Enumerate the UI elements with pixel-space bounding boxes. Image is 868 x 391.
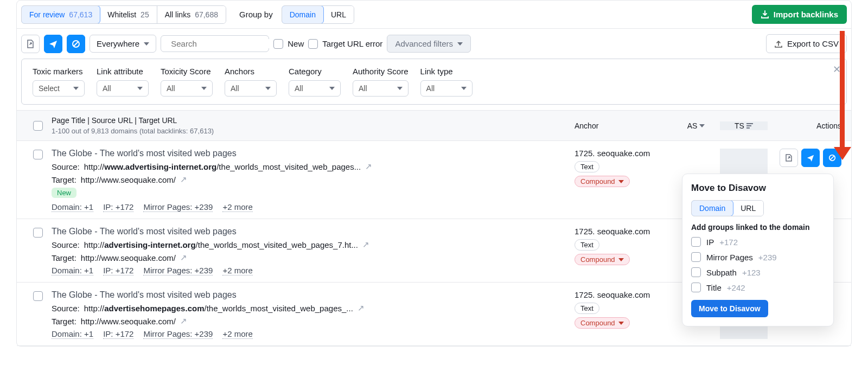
meta-item[interactable]: +2 more — [222, 329, 252, 339]
popover-option-label: Title — [706, 283, 722, 292]
popover-option-count: +172 — [719, 238, 738, 247]
meta-item[interactable]: +2 more — [222, 202, 252, 212]
popover-option-mirror-pages[interactable]: Mirror Pages +239 — [691, 252, 825, 262]
source-label: Source: — [52, 304, 80, 313]
send-button[interactable] — [44, 35, 62, 53]
popover-seg-domain[interactable]: Domain — [691, 200, 733, 216]
tab-for-review[interactable]: For review 67,613 — [21, 5, 100, 24]
tab-label: For review — [29, 10, 65, 19]
new-filter-checkbox[interactable]: New — [273, 39, 304, 49]
external-link-icon[interactable]: ↗ — [358, 303, 365, 313]
row-send-button[interactable] — [801, 149, 820, 167]
chevron-down-icon — [457, 42, 463, 46]
external-link-icon[interactable]: ↗ — [362, 240, 369, 249]
open-file-button[interactable] — [21, 35, 40, 53]
move-to-disavow-button[interactable]: Move to Disavow — [691, 300, 768, 317]
filter-link-type: Link typeAll — [420, 67, 473, 97]
meta-item[interactable]: Domain: +1 — [52, 266, 93, 275]
popover-option-count: +123 — [742, 268, 761, 277]
checkbox-icon — [691, 252, 701, 262]
external-link-icon[interactable]: ↗ — [180, 175, 187, 184]
checkbox-icon — [691, 267, 701, 277]
source-label: Source: — [52, 162, 80, 171]
group-by-url[interactable]: URL — [323, 6, 354, 23]
col-as-header[interactable]: AS — [672, 121, 720, 130]
external-link-icon[interactable]: ↗ — [180, 253, 187, 262]
target-url: http://www.seoquake.com/ — [81, 253, 176, 262]
row-title: The Globe - The world's most visited web… — [52, 149, 575, 158]
col-actions-header: Actions — [816, 121, 841, 130]
col-ts-header[interactable]: TS — [720, 121, 768, 130]
close-icon[interactable]: ✕ — [833, 63, 841, 75]
table-rows: The Globe - The world's most visited web… — [17, 141, 851, 346]
filter-select[interactable]: All — [289, 80, 341, 97]
meta-item[interactable]: Domain: +1 — [52, 329, 93, 339]
row-open-button[interactable] — [780, 149, 798, 167]
meta-item[interactable]: IP: +172 — [103, 329, 133, 339]
filter-select[interactable]: All — [420, 80, 473, 97]
import-backlinks-button[interactable]: Import backlinks — [752, 5, 847, 24]
review-tabs: For review 67,613Whitelist 25All links 6… — [21, 5, 226, 24]
filter-label: Toxicity Score — [161, 67, 213, 76]
export-csv-label: Export to CSV — [787, 39, 839, 48]
popover-seg-url[interactable]: URL — [733, 201, 763, 216]
anchor-tag-compound[interactable]: Compound — [575, 254, 630, 265]
meta-item[interactable]: Domain: +1 — [52, 202, 93, 212]
upload-icon — [774, 40, 783, 48]
row-checkbox[interactable] — [33, 150, 43, 159]
external-link-icon[interactable]: ↗ — [365, 162, 372, 171]
popover-seg: DomainURL — [691, 200, 764, 216]
select-all-checkbox[interactable] — [33, 121, 43, 131]
anchor-tag-compound[interactable]: Compound — [575, 317, 630, 329]
popover-option-ip[interactable]: IP +172 — [691, 237, 825, 247]
tab-whitelist[interactable]: Whitelist 25 — [100, 6, 157, 23]
filter-label: Link type — [420, 67, 473, 76]
filter-select[interactable]: All — [97, 80, 149, 97]
filter-value: All — [231, 84, 239, 93]
send-icon — [807, 154, 814, 162]
tab-label: All links — [165, 10, 190, 19]
advanced-filters-button[interactable]: Advanced filters — [387, 35, 471, 53]
meta-item[interactable]: IP: +172 — [103, 266, 133, 275]
meta-item[interactable]: +2 more — [222, 266, 252, 275]
group-by-domain[interactable]: Domain — [282, 5, 324, 24]
tab-all-links[interactable]: All links 67,688 — [157, 6, 226, 23]
col-anchor-header: Anchor — [575, 121, 598, 130]
filter-select[interactable]: Select — [33, 80, 85, 97]
chevron-down-icon — [144, 42, 149, 46]
meta-item[interactable]: Mirror Pages: +239 — [143, 266, 213, 275]
filter-label: Anchors — [225, 67, 277, 76]
meta-item[interactable]: Mirror Pages: +239 — [143, 329, 213, 339]
disavow-popover: Move to DisavowDomainURLAdd groups linke… — [682, 174, 834, 326]
col-main-subheader: 1-100 out of 9,813 domains (total backli… — [52, 127, 575, 135]
meta-item[interactable]: Mirror Pages: +239 — [143, 202, 213, 212]
chevron-down-icon — [461, 87, 467, 90]
anchor-text: 1725. seoquake.com — [575, 149, 668, 158]
filter-select[interactable]: All — [225, 80, 277, 97]
search-field[interactable] — [161, 35, 269, 52]
table-header: Page Title | Source URL | Target URL 1-1… — [17, 110, 851, 141]
filter-select[interactable]: All — [161, 80, 213, 97]
search-input[interactable] — [171, 39, 274, 48]
target-label: Target: — [52, 317, 76, 326]
tab-count: 25 — [141, 10, 149, 19]
row-checkbox[interactable] — [33, 291, 43, 301]
block-button[interactable] — [67, 35, 85, 53]
popover-option-subpath[interactable]: Subpath +123 — [691, 267, 825, 277]
target-url-error-checkbox[interactable]: Target URL error — [308, 39, 382, 49]
popover-option-title[interactable]: Title +242 — [691, 283, 825, 292]
popover-subtitle: Add groups linked to the domain — [691, 223, 825, 232]
external-link-icon[interactable]: ↗ — [180, 316, 187, 326]
filter-select[interactable]: All — [353, 80, 409, 97]
row-block-button[interactable] — [823, 149, 841, 167]
meta-item[interactable]: IP: +172 — [103, 202, 133, 212]
tab-count: 67,688 — [195, 10, 218, 19]
row-checkbox[interactable] — [33, 228, 43, 238]
filter-toxic-markers: Toxic markersSelect — [33, 67, 85, 97]
scope-dropdown[interactable]: Everywhere — [90, 35, 156, 53]
export-csv-button[interactable]: Export to CSV — [766, 34, 847, 53]
anchor-tag-text: Text — [575, 239, 599, 251]
filter-label: Link attribute — [97, 67, 149, 76]
anchor-tag-compound[interactable]: Compound — [575, 176, 630, 187]
block-icon — [72, 40, 80, 48]
